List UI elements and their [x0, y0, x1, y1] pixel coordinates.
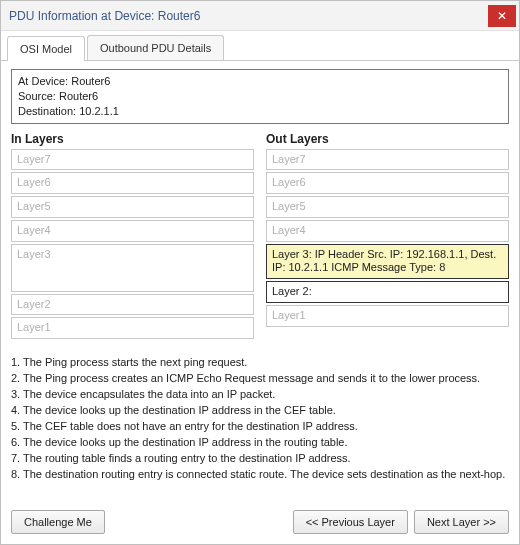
close-button[interactable]: ✕	[488, 5, 516, 27]
in-layer-2[interactable]: Layer2	[11, 294, 254, 316]
out-layers-heading: Out Layers	[266, 132, 509, 146]
bottom-bar: Challenge Me << Previous Layer Next Laye…	[1, 502, 519, 544]
challenge-me-button[interactable]: Challenge Me	[11, 510, 105, 534]
in-layer-1[interactable]: Layer1	[11, 317, 254, 339]
layers-row: In Layers Layer7 Layer6 Layer5 Layer4 La…	[11, 130, 509, 342]
device-info-box: At Device: Router6 Source: Router6 Desti…	[11, 69, 509, 124]
info-at-device: At Device: Router6	[18, 74, 502, 89]
desc-line: 6. The device looks up the destination I…	[11, 435, 509, 451]
close-icon: ✕	[497, 9, 507, 23]
out-layer-1[interactable]: Layer1	[266, 305, 509, 327]
desc-line: 8. The destination routing entry is conn…	[11, 467, 509, 483]
desc-line: 5. The CEF table does not have an entry …	[11, 419, 509, 435]
desc-line: 3. The device encapsulates the data into…	[11, 387, 509, 403]
content-area: At Device: Router6 Source: Router6 Desti…	[1, 61, 519, 502]
desc-line: 1. The Ping process starts the next ping…	[11, 355, 509, 371]
out-layer-3[interactable]: Layer 3: IP Header Src. IP: 192.168.1.1,…	[266, 244, 509, 280]
in-layer-4[interactable]: Layer4	[11, 220, 254, 242]
out-layer-4[interactable]: Layer4	[266, 220, 509, 242]
tab-label: OSI Model	[20, 43, 72, 55]
in-layer-7[interactable]: Layer7	[11, 149, 254, 171]
tab-outbound-pdu-details[interactable]: Outbound PDU Details	[87, 35, 224, 60]
previous-layer-button[interactable]: << Previous Layer	[293, 510, 408, 534]
out-layer-2[interactable]: Layer 2:	[266, 281, 509, 303]
tab-osi-model[interactable]: OSI Model	[7, 36, 85, 61]
out-layers-column: Out Layers Layer7 Layer6 Layer5 Layer4 L…	[266, 130, 509, 342]
titlebar: PDU Information at Device: Router6 ✕	[1, 1, 519, 31]
next-layer-button[interactable]: Next Layer >>	[414, 510, 509, 534]
out-layer-7[interactable]: Layer7	[266, 149, 509, 171]
in-layers-column: In Layers Layer7 Layer6 Layer5 Layer4 La…	[11, 130, 254, 342]
desc-line: 7. The routing table finds a routing ent…	[11, 451, 509, 467]
in-layer-6[interactable]: Layer6	[11, 172, 254, 194]
info-source: Source: Router6	[18, 89, 502, 104]
out-layer-5[interactable]: Layer5	[266, 196, 509, 218]
desc-line: 4. The device looks up the destination I…	[11, 403, 509, 419]
window-title: PDU Information at Device: Router6	[9, 9, 200, 23]
desc-line: 2. The Ping process creates an ICMP Echo…	[11, 371, 509, 387]
in-layers-heading: In Layers	[11, 132, 254, 146]
description-text: 1. The Ping process starts the next ping…	[11, 355, 509, 494]
in-layer-3[interactable]: Layer3	[11, 244, 254, 292]
in-layer-5[interactable]: Layer5	[11, 196, 254, 218]
layer-nav-buttons: << Previous Layer Next Layer >>	[293, 510, 509, 534]
info-destination: Destination: 10.2.1.1	[18, 104, 502, 119]
out-layer-6[interactable]: Layer6	[266, 172, 509, 194]
pdu-window: PDU Information at Device: Router6 ✕ OSI…	[0, 0, 520, 545]
tabbar: OSI Model Outbound PDU Details	[1, 31, 519, 61]
tab-label: Outbound PDU Details	[100, 42, 211, 54]
